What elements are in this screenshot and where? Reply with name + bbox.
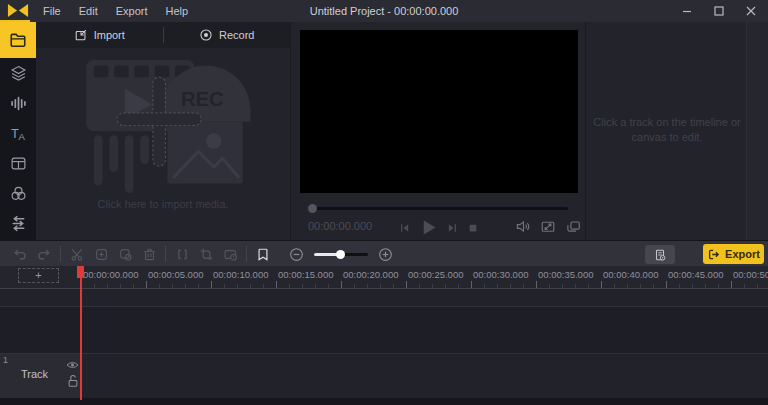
elements-layers-icon	[10, 65, 27, 82]
zoom-in-icon[interactable]	[378, 247, 393, 262]
timeline-zoom-controls	[289, 247, 393, 262]
audio-bars-icon	[94, 135, 103, 185]
timeline-ruler[interactable]: 00:00:00.00000:00:05.00000:00:10.00000:0…	[0, 266, 768, 289]
ruler-tick	[562, 284, 563, 288]
ruler-tick	[302, 284, 303, 288]
add-track-button[interactable]: +	[18, 268, 59, 283]
media-placeholder-graphic[interactable]: REC	[66, 52, 261, 197]
seek-bar[interactable]	[308, 207, 568, 210]
track-lock-toggle[interactable]	[67, 374, 79, 388]
sidebar-item-transitions[interactable]	[0, 148, 36, 178]
transport-controls	[398, 218, 479, 237]
sidebar-item-filters[interactable]	[0, 178, 36, 208]
inspector-hint: Click a track on the timeline or canvas …	[592, 115, 742, 145]
playhead-line[interactable]	[80, 266, 82, 400]
video-canvas[interactable]	[300, 30, 578, 193]
dual-screen-icon[interactable]	[565, 219, 582, 234]
transitions-icon	[10, 155, 27, 172]
clone-button[interactable]	[113, 243, 137, 265]
sidebar-item-audio[interactable]	[0, 88, 36, 118]
export-button[interactable]: Export	[703, 244, 764, 264]
ruler-tick	[575, 284, 576, 288]
playhead-handle[interactable]	[77, 266, 84, 278]
ruler-tick	[601, 281, 602, 288]
menu-help[interactable]: Help	[157, 0, 198, 22]
sidebar-item-media[interactable]	[0, 22, 36, 58]
volume-icon[interactable]	[515, 219, 531, 234]
ruler-tick	[718, 284, 719, 288]
seek-handle[interactable]	[308, 204, 317, 213]
ruler-tick	[458, 284, 459, 288]
ruler-tick	[471, 281, 472, 288]
tab-record-label: Record	[219, 29, 254, 41]
menu-edit[interactable]: Edit	[70, 0, 107, 22]
maximize-button[interactable]	[702, 0, 736, 22]
ruler-tick	[94, 284, 95, 288]
timeline-row-overlay[interactable]	[0, 307, 768, 354]
sidebar-item-text[interactable]: T A	[0, 118, 36, 148]
ruler-tick	[588, 284, 589, 288]
delete-button[interactable]	[137, 243, 161, 265]
zoom-slider[interactable]	[314, 253, 368, 256]
ruler-tick	[653, 284, 654, 288]
animation-arrows-icon	[10, 215, 27, 232]
tab-record[interactable]: Record	[164, 22, 291, 48]
zoom-slider-handle[interactable]	[336, 250, 345, 259]
cut-button[interactable]	[65, 243, 89, 265]
inspector-scrollbar[interactable]	[746, 22, 768, 240]
crop-button[interactable]	[194, 243, 218, 265]
previous-frame-icon[interactable]	[398, 221, 411, 235]
menu-export[interactable]: Export	[107, 0, 157, 22]
ruler-tick	[523, 284, 524, 288]
marker-icon	[256, 247, 270, 262]
visibility-eye-icon	[66, 360, 79, 370]
ruler-label: 00:00:05.000	[148, 269, 203, 280]
speed-icon	[223, 247, 238, 262]
media-folder-icon	[9, 31, 27, 49]
render-settings-button[interactable]	[645, 245, 675, 264]
ruler-tick	[224, 284, 225, 288]
svg-text:A: A	[18, 131, 25, 142]
tab-import[interactable]: Import	[36, 22, 163, 48]
redo-icon	[36, 247, 52, 262]
close-button[interactable]	[734, 0, 768, 22]
ruler-tick	[172, 284, 173, 288]
title-bar: File Edit Export Help Untitled Project -…	[0, 0, 768, 22]
play-icon[interactable]	[419, 218, 438, 237]
next-frame-icon[interactable]	[446, 221, 459, 235]
undo-button[interactable]	[8, 243, 32, 265]
menu-file[interactable]: File	[34, 0, 70, 22]
redo-button[interactable]	[32, 243, 56, 265]
timeline-row-upper[interactable]	[0, 289, 768, 307]
aspect-resize-icon[interactable]	[540, 219, 556, 234]
minimize-button[interactable]	[670, 0, 704, 22]
split-button[interactable]	[170, 243, 194, 265]
media-tabs: Import Record	[36, 22, 290, 48]
add-copy-icon	[94, 247, 109, 262]
sidebar-item-elements[interactable]	[0, 58, 36, 88]
ruler-tick	[445, 284, 446, 288]
ruler-tick	[198, 284, 199, 288]
sidebar-item-animation[interactable]	[0, 208, 36, 238]
ruler-tick	[354, 284, 355, 288]
track-visibility-toggle[interactable]	[66, 360, 79, 370]
timeline-track-lane[interactable]	[0, 354, 768, 399]
ruler-tick	[640, 284, 641, 288]
rec-label: REC	[181, 88, 224, 110]
ruler-tick	[120, 284, 121, 288]
left-sidebar: T A	[0, 22, 36, 240]
ruler-tick	[679, 284, 680, 288]
speed-button[interactable]	[218, 243, 242, 265]
add-copy-button[interactable]	[89, 243, 113, 265]
track-number: 1	[3, 355, 8, 365]
ruler-tick	[432, 284, 433, 288]
stop-icon[interactable]	[467, 222, 479, 234]
marker-button[interactable]	[251, 243, 275, 265]
ruler-tick	[328, 284, 329, 288]
track-name-label: Track	[21, 368, 48, 380]
ruler-tick	[692, 284, 693, 288]
crop-icon	[199, 247, 214, 262]
zoom-out-icon[interactable]	[289, 247, 304, 262]
ruler-tick	[185, 284, 186, 288]
timeline-bottom-strip	[0, 398, 768, 405]
